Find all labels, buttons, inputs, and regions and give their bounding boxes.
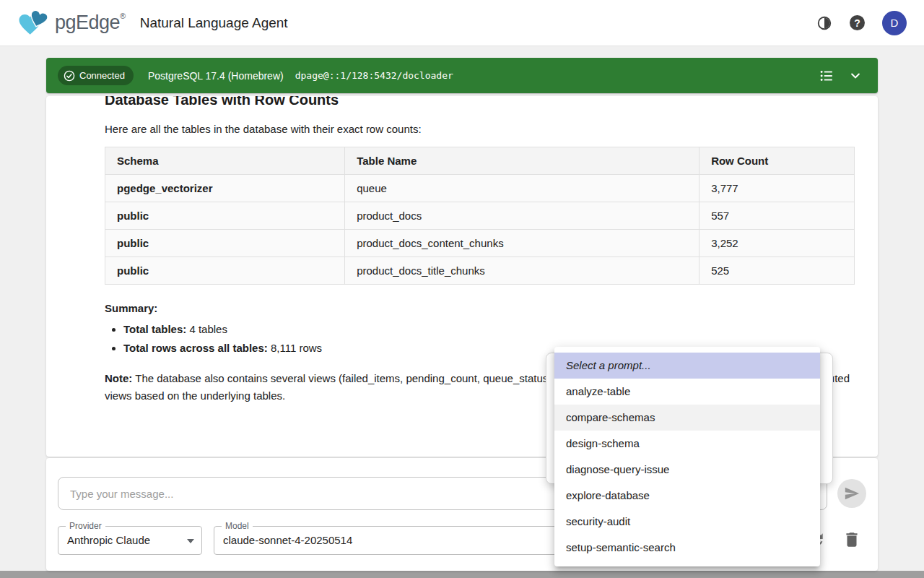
table-row: public product_docs 557 [105, 202, 855, 230]
provider-label: Provider [66, 521, 105, 531]
model-label: Model [222, 521, 253, 531]
prompt-menu-item[interactable]: explore-database [554, 483, 820, 509]
page-footer-strip [0, 571, 924, 578]
table-row: public product_docs_title_chunks 525 [105, 257, 855, 285]
help-icon: ? [850, 15, 865, 30]
prompt-menu-item[interactable]: diagnose-query-issue [554, 457, 820, 483]
prompt-menu-item[interactable]: setup-semantic-search [554, 535, 820, 561]
table-row: public product_docs_content_chunks 3,252 [105, 230, 855, 257]
help-button[interactable]: ? [850, 15, 865, 30]
session-list-button[interactable] [816, 65, 837, 87]
theme-toggle-icon [816, 15, 832, 31]
prompt-menu-item[interactable]: security-audit [554, 509, 820, 535]
column-header: Schema [105, 147, 345, 175]
page-title: Natural Language Agent [140, 15, 288, 31]
server-version: PostgreSQL 17.4 (Homebrew) [148, 70, 284, 82]
message-heading: Database Tables with Row Counts [105, 96, 855, 108]
connected-check-icon [64, 70, 75, 82]
table-cell: 3,777 [699, 175, 855, 202]
app-header: pgEdge® Natural Language Agent ? D [0, 0, 924, 46]
results-table: Schema Table Name Row Count pgedge_vecto… [105, 147, 855, 285]
trash-icon [842, 530, 861, 549]
theme-toggle-button[interactable] [816, 15, 832, 31]
prompt-menu-item[interactable]: compare-schemas [554, 405, 820, 431]
brand-name: pgEdge® [55, 12, 126, 34]
message-intro: Here are all the tables in the database … [105, 123, 855, 135]
list-item: Total tables: 4 tables [123, 323, 855, 335]
table-cell: product_docs_title_chunks [345, 257, 699, 285]
chevron-down-icon [847, 68, 863, 84]
status-badge: Connected [58, 66, 134, 85]
table-row: pgedge_vectorizer queue 3,777 [105, 175, 855, 202]
column-header: Row Count [699, 147, 855, 175]
send-button[interactable] [837, 479, 866, 508]
table-cell: pgedge_vectorizer [105, 175, 345, 202]
avatar[interactable]: D [882, 11, 907, 35]
provider-select[interactable]: Provider Anthropic Claude [58, 526, 202, 555]
list-icon [819, 68, 834, 84]
table-cell: queue [345, 175, 699, 202]
table-cell: 3,252 [699, 230, 855, 257]
connection-string: dpage@::1/128:5432/docloader [295, 70, 453, 81]
header-actions: ? D [816, 11, 907, 35]
summary-heading: Summary: [105, 302, 855, 314]
table-cell: product_docs [345, 202, 699, 230]
brand: pgEdge® [17, 9, 126, 38]
table-cell: public [105, 230, 345, 257]
column-header: Table Name [345, 147, 699, 175]
table-cell: 525 [699, 257, 855, 285]
table-cell: product_docs_content_chunks [345, 230, 699, 257]
prompt-menu-placeholder[interactable]: Select a prompt... [554, 353, 820, 379]
table-cell: public [105, 202, 345, 230]
connection-bar[interactable]: Connected PostgreSQL 17.4 (Homebrew) dpa… [46, 58, 878, 93]
pgedge-logo-icon [17, 9, 51, 38]
prompt-menu-item[interactable]: design-schema [554, 431, 820, 457]
status-label: Connected [79, 70, 125, 81]
prompt-menu: Select a prompt... analyze-table compare… [554, 347, 820, 566]
connection-collapse-button[interactable] [845, 65, 866, 87]
dropdown-arrow-icon [187, 539, 194, 543]
table-cell: public [105, 257, 345, 285]
send-icon [844, 486, 860, 501]
clear-chat-button[interactable] [842, 530, 862, 551]
app-root: pgEdge® Natural Language Agent ? D Conne… [0, 0, 924, 578]
table-header-row: Schema Table Name Row Count [105, 147, 855, 175]
table-cell: 557 [699, 202, 855, 230]
prompt-menu-item[interactable]: analyze-table [554, 379, 820, 405]
